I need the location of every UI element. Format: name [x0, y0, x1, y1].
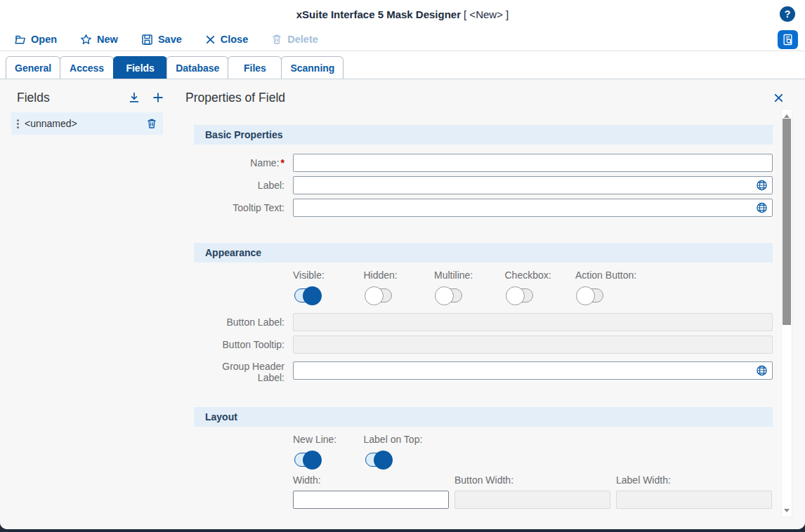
label-width-input	[616, 491, 772, 509]
name-row: Name:*	[194, 154, 773, 172]
button-label-input	[293, 313, 773, 331]
tab-database[interactable]: Database	[166, 56, 228, 79]
document-search-button[interactable]	[778, 30, 798, 49]
visible-toggle-group: Visible:	[293, 270, 364, 302]
vertical-scrollbar[interactable]	[781, 109, 792, 517]
label-on-top-toggle-group: Label on Top:	[364, 434, 423, 467]
label-row: Label:	[194, 176, 773, 194]
tab-scanning[interactable]: Scanning	[281, 56, 343, 79]
hidden-toggle-group: Hidden:	[364, 270, 435, 302]
checkbox-toggle[interactable]	[506, 288, 533, 302]
content-area: Fields <unnamed> Proper	[0, 79, 805, 529]
field-list-item[interactable]: <unnamed>	[11, 112, 163, 135]
name-input[interactable]	[293, 154, 773, 172]
toggle-knob	[365, 286, 384, 305]
label-on-top-toggle[interactable]	[365, 453, 392, 467]
page-title: xSuite Interface 5 Mask Designer[ <New> …	[296, 8, 509, 20]
delete-field-icon[interactable]	[146, 118, 157, 129]
new-line-toggle[interactable]	[294, 453, 321, 467]
star-icon	[80, 34, 92, 46]
tab-access[interactable]: Access	[60, 56, 114, 79]
drag-handle-icon[interactable]	[17, 119, 19, 128]
toggle-knob	[506, 286, 525, 305]
group-header-label-row: Group Header Label:	[194, 357, 773, 383]
width-input[interactable]	[293, 491, 449, 509]
checkbox-label: Checkbox:	[505, 270, 576, 282]
close-button-label: Close	[221, 34, 249, 45]
width-label: Width:	[293, 474, 449, 487]
new-button[interactable]: New	[80, 34, 118, 46]
fields-panel-title: Fields	[17, 91, 128, 105]
translate-globe-icon[interactable]	[756, 180, 768, 192]
multiline-label: Multiline:	[434, 270, 505, 282]
translate-globe-icon[interactable]	[756, 202, 768, 214]
toggle-knob	[303, 286, 322, 305]
visible-toggle[interactable]	[294, 288, 321, 302]
hidden-toggle[interactable]	[365, 288, 392, 302]
new-line-toggle-group: New Line:	[293, 434, 364, 467]
close-x-icon	[205, 34, 216, 45]
tab-fields[interactable]: Fields	[113, 56, 167, 79]
section-basic-properties: Basic Properties	[194, 125, 773, 145]
open-folder-icon	[14, 34, 26, 46]
action-button-toggle-group: Action Button:	[575, 270, 636, 302]
add-field-icon[interactable]	[152, 91, 164, 104]
tab-strip: General Access Fields Database Files Sca…	[0, 51, 805, 79]
save-button[interactable]: Save	[141, 34, 182, 46]
width-row: Width: Button Width: Label Width:	[293, 474, 773, 509]
label-label: Label:	[194, 180, 284, 191]
tab-general[interactable]: General	[6, 56, 60, 79]
label-on-top-label: Label on Top:	[364, 434, 423, 446]
toolbar: Open New Save Close Delete	[0, 28, 805, 51]
new-line-label: New Line:	[293, 434, 364, 446]
app-window: xSuite Interface 5 Mask Designer[ <New> …	[0, 0, 805, 529]
document-search-icon	[782, 34, 794, 46]
action-button-toggle[interactable]	[577, 288, 603, 302]
open-button-label: Open	[31, 34, 57, 45]
hidden-label: Hidden:	[364, 270, 435, 282]
tooltip-text-label: Tooltip Text:	[194, 202, 284, 213]
label-width-group: Label Width:	[616, 474, 772, 509]
button-width-input	[454, 491, 610, 509]
visible-label: Visible:	[293, 270, 364, 282]
scroll-down-arrow-icon[interactable]	[782, 505, 792, 515]
width-group: Width:	[293, 474, 449, 509]
close-properties-icon[interactable]	[773, 93, 784, 103]
help-button[interactable]: ?	[780, 6, 795, 22]
multiline-toggle[interactable]	[436, 288, 462, 302]
save-button-label: Save	[158, 34, 182, 45]
checkbox-toggle-group: Checkbox:	[505, 270, 576, 302]
properties-title: Properties of Field	[185, 91, 773, 105]
delete-button: Delete	[271, 34, 318, 45]
fields-panel: Fields <unnamed>	[0, 79, 180, 529]
button-tooltip-row: Button Tooltip:	[194, 335, 773, 354]
fields-panel-header: Fields	[17, 88, 164, 107]
button-label-row: Button Label:	[194, 313, 773, 331]
scrollbar-thumb[interactable]	[783, 119, 791, 325]
open-button[interactable]: Open	[14, 34, 57, 46]
import-field-icon[interactable]	[128, 91, 140, 104]
button-width-group: Button Width:	[454, 474, 610, 509]
tab-files[interactable]: Files	[228, 56, 282, 79]
tooltip-text-input[interactable]	[293, 199, 773, 217]
trash-icon	[271, 34, 282, 45]
button-tooltip-label: Button Tooltip:	[194, 339, 284, 350]
required-indicator: *	[281, 157, 284, 168]
field-item-label: <unnamed>	[25, 118, 146, 129]
toggle-knob	[435, 286, 454, 305]
label-input[interactable]	[293, 176, 773, 194]
action-button-label: Action Button:	[575, 270, 636, 282]
button-tooltip-input	[293, 335, 773, 354]
button-label-label: Button Label:	[194, 317, 284, 328]
translate-globe-icon[interactable]	[756, 364, 768, 376]
section-layout: Layout	[194, 407, 773, 427]
toggle-knob	[374, 451, 393, 470]
page-title-main: xSuite Interface 5 Mask Designer	[296, 8, 461, 20]
title-bar: xSuite Interface 5 Mask Designer[ <New> …	[0, 0, 805, 28]
button-width-label: Button Width:	[454, 474, 610, 487]
properties-header: Properties of Field	[185, 88, 784, 107]
delete-button-label: Delete	[287, 34, 318, 45]
group-header-label-input[interactable]	[293, 361, 773, 380]
close-button[interactable]: Close	[205, 34, 249, 45]
label-width-label: Label Width:	[616, 474, 772, 487]
